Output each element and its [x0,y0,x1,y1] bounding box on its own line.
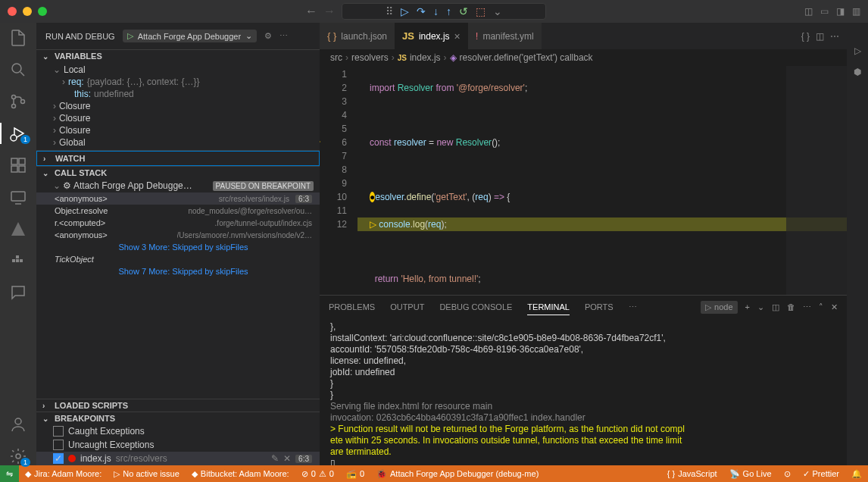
tab-ports[interactable]: PORTS [585,299,614,315]
stackframe[interactable]: <anonymous>src/resolvers/index.js6:3 [36,192,320,205]
chat-icon[interactable] [9,283,27,302]
nav-forward-icon[interactable]: → [323,5,336,18]
breakpoints-header[interactable]: ⌄BREAKPOINTS [36,412,320,424]
edit-icon[interactable]: ✎ [271,453,279,464]
close-tab-icon[interactable]: × [454,30,461,42]
run-debug-icon[interactable]: 1 [9,124,27,142]
tab-index-js[interactable]: JSindex.js× [395,23,468,49]
breakpoint-uncaught[interactable]: Uncaught Exceptions [36,438,320,452]
settings-icon[interactable]: 1 [9,447,27,465]
account-icon[interactable] [9,415,27,433]
checkbox-checked-icon[interactable]: ✓ [53,453,64,464]
scope-local[interactable]: ⌄Local [36,64,320,76]
debug-stepout-icon[interactable]: ↑ [446,5,451,17]
scope-global[interactable]: ›Global [36,136,320,149]
debug-restart-icon[interactable]: ↺ [459,5,468,17]
sidebar-right-icon[interactable]: ◨ [836,6,845,17]
close-window-icon[interactable] [8,7,17,16]
debug-rail-icon[interactable]: ⬢ [854,67,861,77]
stackframe-tick[interactable]: TickObject [36,253,320,265]
debug-continue-icon[interactable]: ▷ [401,5,409,17]
source-control-icon[interactable] [9,92,27,111]
stackframe[interactable]: Object.resolvenode_modules/@forge/resolv… [36,205,320,217]
show-more-link[interactable]: Show 7 More: Skipped by skipFiles [36,265,320,277]
tab-problems[interactable]: PROBLEMS [329,299,375,315]
scope-closure[interactable]: ›Closure [36,124,320,136]
split-editor-icon[interactable]: ◫ [816,31,824,42]
status-bell-icon[interactable]: 🔔 [845,465,868,482]
status-jira[interactable]: ◆ Jira: Adam Moore: [19,465,108,482]
variable-this[interactable]: this: undefined [36,88,320,100]
show-more-link[interactable]: Show 3 More: Skipped by skipFiles [36,241,320,253]
terminal-rail-icon[interactable]: ▷ [854,45,861,56]
chevron-down-icon[interactable]: ⌄ [757,302,764,312]
debug-more-icon[interactable]: ⌄ [493,5,502,17]
atlassian-icon[interactable] [9,220,27,238]
new-terminal-icon[interactable]: + [745,302,750,311]
remote-explorer-icon[interactable] [9,188,27,206]
debug-stop-icon[interactable]: ⬚ [476,5,486,17]
close-panel-icon[interactable]: ✕ [831,302,838,312]
minimize-window-icon[interactable] [23,7,32,16]
checkbox-icon[interactable] [53,440,64,450]
maximize-panel-icon[interactable]: ˄ [819,302,823,312]
terminal-output[interactable]: }, installContext: 'ari:cloud:confluence… [320,318,847,465]
braces-icon[interactable]: { } [801,31,810,42]
tab-launch-json[interactable]: { }launch.json [320,23,395,49]
status-golive[interactable]: 📡 Go Live [723,465,778,482]
status-copilot[interactable]: ⊙ [778,465,797,482]
split-terminal-icon[interactable]: ◫ [772,302,779,312]
minimap[interactable] [786,66,847,295]
code-editor[interactable]: 12345 6 789101112 import Resolver from '… [320,66,847,295]
launch-config-selector[interactable]: ▷ Attach Forge App Debugger ⌄ [123,30,257,42]
loaded-scripts-header[interactable]: ›LOADED SCRIPTS [36,399,320,412]
stackframe[interactable]: r.<computed>.forge/tunnel-output/index.c… [36,217,320,229]
trash-icon[interactable]: 🗑 [787,302,795,311]
stackframe[interactable]: <anonymous>/Users/amoore/.nvm/versions/n… [36,229,320,241]
layout-toggle-icon[interactable]: ◫ [804,6,813,17]
debug-stepover-icon[interactable]: ↷ [417,5,426,17]
code-content[interactable]: import Resolver from '@forge/resolver'; … [358,66,847,295]
layout-custom-icon[interactable]: ▥ [852,6,860,17]
status-debug-session[interactable]: 🐞 Attach Forge App Debugger (debug-me) [370,465,545,482]
tab-output[interactable]: OUTPUT [390,299,424,315]
watch-section-header[interactable]: ›WATCH [36,151,320,166]
tab-debug-console[interactable]: DEBUG CONSOLE [439,299,512,315]
remote-indicator[interactable]: ⇋ [0,465,19,482]
status-prettier[interactable]: ✓ Prettier [797,465,845,482]
scope-closure[interactable]: ›Closure [36,112,320,124]
debug-drag-icon[interactable]: ⠿ [386,5,393,17]
more-icon[interactable]: ⋯ [830,31,839,42]
nav-back-icon[interactable]: ← [305,5,317,18]
explorer-icon[interactable] [9,29,27,47]
status-language[interactable]: { } JavaScript [661,465,723,482]
tab-terminal[interactable]: TERMINAL [527,299,570,315]
command-center[interactable]: ⠿ ▷ ↷ ↓ ↑ ↺ ⬚ ⌄ [342,3,546,20]
status-radio[interactable]: 📻 0 [340,465,370,482]
terminal-shell-selector[interactable]: ▷node [701,301,737,314]
status-errors[interactable]: ⊘ 0 ⚠ 0 [295,465,340,482]
variable-req[interactable]: ›req: {payload: {…}, context: {…}} [36,76,320,88]
more-icon[interactable]: ⋯ [629,302,637,312]
callstack-thread[interactable]: ⌄ ⚙ Attach Forge App Debugge… PAUSED ON … [36,179,320,192]
close-icon[interactable]: ✕ [283,453,291,464]
callstack-section-header[interactable]: ⌄CALL STACK [36,167,320,179]
checkbox-icon[interactable] [53,426,64,437]
extensions-icon[interactable] [9,156,27,174]
search-icon[interactable] [9,61,27,79]
breakpoint-item[interactable]: ✓ index.js src/resolvers ✎ ✕ 6:3 [36,452,320,465]
status-issue[interactable]: ▷ No active issue [108,465,186,482]
gear-icon[interactable]: ⚙ [264,31,272,41]
docker-icon[interactable] [9,252,27,270]
breadcrumb[interactable]: src› resolvers› JS index.js› ◈ resolver.… [320,49,847,66]
status-bitbucket[interactable]: ◆ Bitbucket: Adam Moore: [186,465,295,482]
panel-toggle-icon[interactable]: ▭ [820,6,829,17]
variables-section-header[interactable]: ⌄VARIABLES [36,50,320,62]
tab-manifest-yml[interactable]: !manifest.yml [468,23,542,49]
breakpoint-caught[interactable]: Caught Exceptions [36,424,320,438]
more-icon[interactable]: ⋯ [279,31,288,41]
start-debug-icon[interactable]: ▷ [127,31,133,41]
debug-stepin-icon[interactable]: ↓ [433,5,439,17]
more-icon[interactable]: ⋯ [803,302,811,312]
scope-closure[interactable]: ›Closure [36,100,320,112]
